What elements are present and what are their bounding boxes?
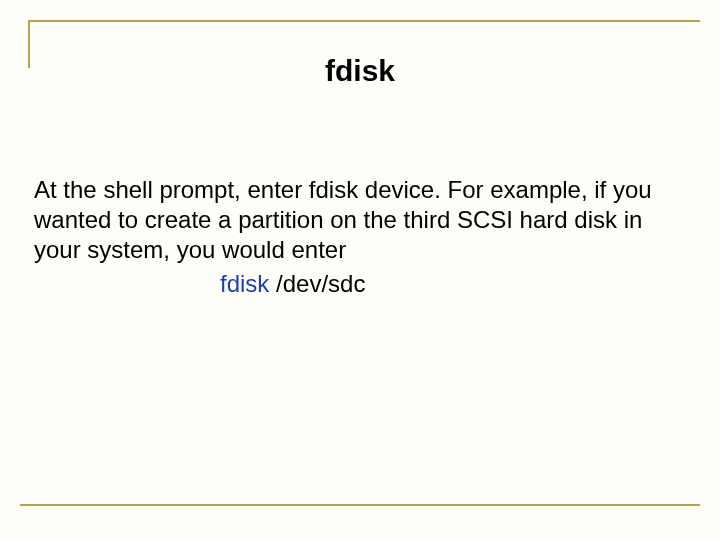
command-name: fdisk: [220, 270, 269, 297]
slide-body: At the shell prompt, enter fdisk device.…: [34, 175, 686, 299]
slide-title: fdisk: [0, 54, 720, 88]
top-border-rule: [28, 20, 700, 22]
command-line: fdisk /dev/sdc: [34, 269, 686, 299]
command-argument: /dev/sdc: [269, 270, 365, 297]
body-text: At the shell prompt, enter fdisk device.…: [34, 176, 652, 263]
bottom-border-rule: [20, 504, 700, 506]
slide: fdisk At the shell prompt, enter fdisk d…: [0, 0, 720, 540]
